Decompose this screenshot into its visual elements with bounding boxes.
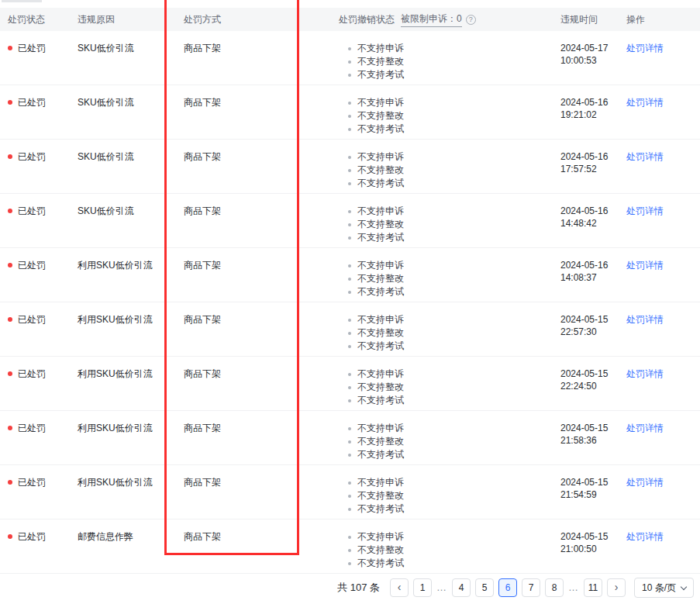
page-buttons: 1…45678…11 xyxy=(411,578,605,597)
prev-page-button[interactable]: ‹ xyxy=(390,578,409,597)
bullet-icon xyxy=(348,182,351,185)
status-dot-icon xyxy=(8,426,12,430)
page-button-8[interactable]: 8 xyxy=(545,578,564,597)
page-button-4[interactable]: 4 xyxy=(452,578,471,597)
table-body: 已处罚 SKU低价引流 商品下架 不支持申诉不支持整改不支持考试 2024-05… xyxy=(0,31,700,574)
revoke-status-cell: 不支持申诉不支持整改不支持考试 xyxy=(339,205,560,244)
actions-cell: 处罚详情 xyxy=(626,259,700,271)
violation-clock: 14:08:37 xyxy=(560,271,626,284)
revoke-status-list: 不支持申诉不支持整改不支持考试 xyxy=(339,313,560,353)
restricted-appeals-link[interactable]: 被限制申诉：0 xyxy=(401,12,462,27)
penalty-status-cell: 已处罚 xyxy=(8,368,78,380)
penalty-status-cell: 已处罚 xyxy=(8,150,78,163)
page-button-11[interactable]: 11 xyxy=(584,578,602,597)
violation-time: 2024-05-15 21:54:59 xyxy=(560,476,626,501)
violation-clock: 22:57:30 xyxy=(560,326,626,338)
revoke-status-list: 不支持申诉不支持整改不支持考试 xyxy=(339,205,560,244)
bullet-icon xyxy=(348,223,351,226)
penalty-detail-link[interactable]: 处罚详情 xyxy=(626,314,664,325)
penalty-detail-link[interactable]: 处罚详情 xyxy=(626,260,664,271)
revoke-status-item: 不支持整改 xyxy=(348,109,560,123)
bullet-icon xyxy=(348,373,351,376)
penalty-method: 商品下架 xyxy=(184,313,339,326)
tab-underline-fragment xyxy=(2,0,42,2)
actions-cell: 处罚详情 xyxy=(626,150,700,163)
penalty-detail-link[interactable]: 处罚详情 xyxy=(626,97,664,108)
revoke-status-label: 处罚撤销状态 xyxy=(339,13,395,26)
next-page-button[interactable]: › xyxy=(607,578,626,597)
violation-date: 2024-05-15 xyxy=(560,422,626,434)
bullet-icon xyxy=(348,115,351,118)
revoke-status-item: 不支持申诉 xyxy=(348,259,560,272)
chevron-down-icon xyxy=(681,583,687,589)
bullet-icon xyxy=(348,128,351,131)
revoke-status-item: 不支持整改 xyxy=(348,55,560,68)
question-circle-icon[interactable]: ? xyxy=(466,15,476,25)
violation-date: 2024-05-15 xyxy=(560,530,626,543)
revoke-status-item: 不支持申诉 xyxy=(348,42,560,55)
violation-reason: 利用SKU低价引流 xyxy=(78,476,184,488)
penalty-status-cell: 已处罚 xyxy=(8,422,78,434)
violation-reason: 邮费信息作弊 xyxy=(78,530,184,543)
violation-reason: SKU低价引流 xyxy=(78,150,184,163)
col-header-revoke-status: 处罚撤销状态 被限制申诉：0 ? xyxy=(339,12,560,27)
penalty-detail-link[interactable]: 处罚详情 xyxy=(626,43,664,53)
status-dot-icon xyxy=(8,209,12,213)
page-button-1[interactable]: 1 xyxy=(413,578,432,597)
violation-reason: 利用SKU低价引流 xyxy=(78,422,184,434)
penalty-detail-link[interactable]: 处罚详情 xyxy=(626,477,664,488)
page-size-select[interactable]: 10 条/页 xyxy=(634,578,694,598)
penalty-detail-link[interactable]: 处罚详情 xyxy=(626,531,664,542)
revoke-status-list: 不支持申诉不支持整改不支持考试 xyxy=(339,96,560,136)
revoke-status-item: 不支持整改 xyxy=(348,381,560,394)
bullet-icon xyxy=(348,60,351,64)
bullet-icon xyxy=(348,278,351,281)
page-button-7[interactable]: 7 xyxy=(522,578,540,597)
revoke-status-item: 不支持申诉 xyxy=(348,530,560,544)
status-dot-icon xyxy=(8,480,12,485)
bullet-icon xyxy=(348,74,351,77)
revoke-status-cell: 不支持申诉不支持整改不支持考试 xyxy=(339,422,560,461)
revoke-status-item: 不支持申诉 xyxy=(348,476,560,489)
revoke-status-cell: 不支持申诉不支持整改不支持考试 xyxy=(339,313,560,353)
revoke-status-item: 不支持整改 xyxy=(348,164,560,177)
penalty-status-cell: 已处罚 xyxy=(8,42,78,54)
revoke-status-item: 不支持考试 xyxy=(348,340,560,353)
revoke-status-item: 不支持整改 xyxy=(348,435,560,448)
violation-time: 2024-05-16 14:48:42 xyxy=(560,205,626,230)
revoke-status-item: 不支持考试 xyxy=(348,448,560,461)
violation-time: 2024-05-16 19:21:02 xyxy=(560,96,626,121)
actions-cell: 处罚详情 xyxy=(626,530,700,543)
penalty-status-cell: 已处罚 xyxy=(8,530,78,543)
violation-time: 2024-05-16 14:08:37 xyxy=(560,259,626,284)
col-header-violation-time: 违规时间 xyxy=(560,13,626,26)
page-button-6[interactable]: 6 xyxy=(498,578,517,597)
table-row: 已处罚 邮费信息作弊 商品下架 不支持申诉不支持整改不支持考试 2024-05-… xyxy=(0,519,700,574)
penalty-detail-link[interactable]: 处罚详情 xyxy=(626,423,664,433)
pagination-ellipsis: … xyxy=(436,582,447,593)
bullet-icon xyxy=(348,332,351,335)
revoke-status-item: 不支持考试 xyxy=(348,285,560,299)
bullet-icon xyxy=(348,427,351,430)
bullet-icon xyxy=(348,319,351,322)
revoke-status-item: 不支持考试 xyxy=(348,68,560,81)
penalty-detail-link[interactable]: 处罚详情 xyxy=(626,151,664,162)
revoke-status-item: 不支持申诉 xyxy=(348,96,560,109)
penalty-status-cell: 已处罚 xyxy=(8,259,78,271)
violation-date: 2024-05-17 xyxy=(560,42,626,54)
violation-clock: 10:00:53 xyxy=(560,54,626,67)
page-button-5[interactable]: 5 xyxy=(475,578,494,597)
violation-date: 2024-05-15 xyxy=(560,313,626,326)
bullet-icon xyxy=(348,508,351,511)
actions-cell: 处罚详情 xyxy=(626,476,700,488)
penalty-detail-link[interactable]: 处罚详情 xyxy=(626,368,664,379)
violation-time: 2024-05-15 22:24:50 xyxy=(560,368,626,392)
col-header-penalty-method: 处罚方式 xyxy=(184,13,339,26)
bullet-icon xyxy=(348,47,351,50)
penalty-detail-link[interactable]: 处罚详情 xyxy=(626,205,664,216)
revoke-status-cell: 不支持申诉不支持整改不支持考试 xyxy=(339,368,560,407)
violation-date: 2024-05-15 xyxy=(560,368,626,380)
actions-cell: 处罚详情 xyxy=(626,205,700,217)
revoke-status-item: 不支持考试 xyxy=(348,394,560,407)
bullet-icon xyxy=(348,562,351,565)
